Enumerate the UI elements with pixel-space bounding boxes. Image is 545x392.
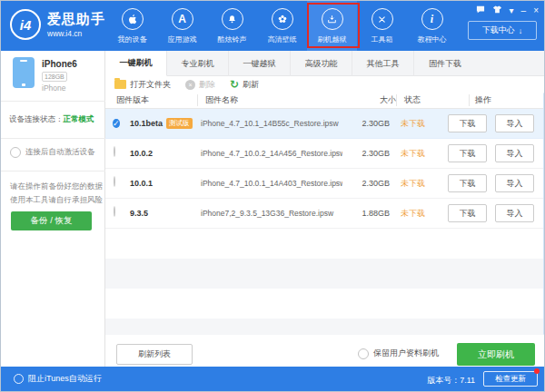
- firmware-version: 9.3.5: [130, 209, 148, 218]
- flash-jailbreak-icon: [322, 8, 343, 30]
- table-row[interactable]: 10.0.1 iPhone_4.7_10.0.1_14A403_Restore.…: [105, 169, 545, 199]
- firmware-status: 未下载: [390, 148, 448, 160]
- nav-tutorials[interactable]: i 教程中心: [407, 1, 457, 51]
- col-status: 状态: [396, 94, 469, 106]
- block-itunes-checkbox[interactable]: [14, 374, 24, 384]
- tab-advanced[interactable]: 高级功能: [291, 51, 352, 76]
- row-radio[interactable]: [114, 146, 115, 157]
- col-operation: 操作: [469, 94, 545, 106]
- row-selected-check-icon[interactable]: ✓: [113, 119, 120, 128]
- status-badge: 正常模式: [64, 114, 94, 123]
- tab-pro-flash[interactable]: 专业刷机: [167, 51, 229, 76]
- theme-skin-icon[interactable]: [492, 5, 502, 15]
- delete-icon: ×: [185, 80, 195, 90]
- download-button[interactable]: 下载: [448, 204, 487, 222]
- feedback-icon[interactable]: [476, 5, 485, 15]
- delete-button[interactable]: × 删除: [185, 79, 215, 91]
- nav-ringtones[interactable]: 酷炫铃声: [207, 1, 257, 51]
- main-content: 一键刷机 专业刷机 一键越狱 高级功能 其他工具 固件下载 打开文件夹 × 删除…: [105, 51, 545, 368]
- backup-restore-button[interactable]: 备份 / 恢复: [11, 211, 92, 230]
- col-firmware-version: 固件版本: [113, 94, 197, 106]
- tab-one-click-jailbreak[interactable]: 一键越狱: [229, 51, 291, 76]
- firmware-status: 未下载: [390, 118, 448, 130]
- nav-toolbox[interactable]: 工具箱: [357, 1, 407, 51]
- table-row[interactable]: 9.3.5 iPhone7,2_9.3.5_13G36_Restore.ipsw…: [105, 199, 545, 229]
- row-radio[interactable]: [114, 176, 115, 187]
- import-button[interactable]: 导入: [495, 144, 534, 162]
- firmware-status: 未下载: [390, 178, 448, 190]
- keep-user-data-radio[interactable]: [358, 348, 369, 359]
- wallpaper-icon: [272, 8, 293, 30]
- col-firmware-name: 固件名称: [197, 94, 351, 106]
- app-url: www.i4.cn: [47, 29, 105, 38]
- col-size: 大小: [351, 94, 396, 106]
- firmware-size: 2.30GB: [342, 179, 390, 188]
- nav-apps-games[interactable]: A 应用游戏: [157, 1, 207, 51]
- tab-firmware-download[interactable]: 固件下载: [414, 51, 476, 76]
- app-logo: i4 爱思助手 www.i4.cn: [10, 9, 105, 40]
- firmware-status: 未下载: [390, 208, 448, 220]
- window-controls: ▾ – ×: [476, 5, 539, 15]
- table-row[interactable]: 10.0.2 iPhone_4.7_10.0.2_14A456_Restore.…: [105, 139, 545, 169]
- nav-wallpapers[interactable]: 高清壁纸: [257, 1, 307, 51]
- main-nav: 我的设备 A 应用游戏 酷炫铃声 高清壁纸: [107, 1, 457, 51]
- app-window: i4 爱思助手 www.i4.cn 我的设备 A 应用游戏: [0, 0, 545, 392]
- status-bar: 阻止iTunes自动运行 版本号：7.11 检查更新: [1, 367, 545, 391]
- download-arrow-icon: ↓: [519, 26, 523, 35]
- firmware-version: 10.0.1: [130, 179, 153, 188]
- download-center-button[interactable]: 下载中心 ↓: [468, 21, 537, 40]
- download-button[interactable]: 下载: [448, 174, 487, 192]
- row-radio[interactable]: [114, 206, 115, 217]
- tab-other-tools[interactable]: 其他工具: [352, 51, 414, 76]
- firmware-name: iPhone_4.7_10.0.1_14A403_Restore.ipsw: [197, 179, 342, 188]
- firmware-name: iPhone7,2_9.3.5_13G36_Restore.ipsw: [197, 209, 342, 218]
- refresh-icon: ↻: [230, 79, 239, 90]
- folder-icon: [114, 80, 126, 89]
- tutorial-info-icon: i: [421, 8, 443, 30]
- firmware-name: iPhone_4.7_10.1_14B55c_Restore.ipsw: [197, 119, 342, 128]
- backup-warning-text: 请在操作前备份好您的数据 使用本工具请自行承担风险: [10, 180, 103, 207]
- table-header: 固件版本 固件名称 大小 状态 操作: [105, 93, 545, 109]
- menu-dropdown-icon[interactable]: ▾: [510, 6, 514, 15]
- download-button[interactable]: 下载: [448, 114, 487, 132]
- import-button[interactable]: 导入: [495, 204, 534, 222]
- firmware-size: 2.30GB: [342, 119, 390, 128]
- tab-strip: 一键刷机 专业刷机 一键越狱 高级功能 其他工具 固件下载: [105, 51, 545, 76]
- sidebar: iPhone6 128GB iPhone 设备连接状态：正常模式 连接后自动激活…: [1, 51, 105, 368]
- update-notification-dot: [534, 368, 540, 374]
- beta-badge: 测试版: [166, 118, 193, 129]
- auto-activate-radio[interactable]: [10, 147, 21, 158]
- bell-icon: [222, 8, 243, 30]
- version-label: 版本号：7.11: [427, 375, 475, 387]
- device-name: iPhone6: [42, 59, 77, 69]
- flash-now-button[interactable]: 立即刷机: [457, 343, 535, 366]
- import-button[interactable]: 导入: [495, 174, 534, 192]
- keep-user-data-option: 保留用户资料刷机: [358, 348, 439, 359]
- close-icon[interactable]: ×: [533, 6, 539, 15]
- download-button[interactable]: 下载: [448, 144, 487, 162]
- open-folder-button[interactable]: 打开文件夹: [114, 79, 171, 91]
- firmware-size: 1.88GB: [342, 209, 390, 218]
- import-button[interactable]: 导入: [495, 114, 534, 132]
- appstore-icon: A: [172, 8, 193, 30]
- tab-one-click-flash[interactable]: 一键刷机: [105, 51, 167, 76]
- device-type: iPhone: [42, 83, 65, 93]
- app-title: 爱思助手: [47, 11, 105, 28]
- nav-flash-jailbreak[interactable]: 刷机越狱: [307, 1, 357, 51]
- check-update-button[interactable]: 检查更新: [483, 371, 538, 387]
- device-capacity-badge: 128GB: [42, 72, 67, 82]
- nav-my-devices[interactable]: 我的设备: [107, 1, 157, 51]
- app-header: i4 爱思助手 www.i4.cn 我的设备 A 应用游戏: [1, 1, 545, 51]
- logo-i4-icon: i4: [10, 9, 41, 40]
- actions-bar: 刷新列表 保留用户资料刷机 立即刷机: [105, 335, 545, 368]
- block-itunes-option: 阻止iTunes自动运行: [14, 373, 102, 385]
- table-row[interactable]: ✓ 10.1beta 测试版 iPhone_4.7_10.1_14B55c_Re…: [105, 109, 545, 139]
- minimize-icon[interactable]: –: [521, 6, 527, 15]
- connection-status: 设备连接状态：正常模式: [9, 114, 94, 125]
- refresh-button[interactable]: ↻ 刷新: [230, 79, 259, 91]
- refresh-list-button[interactable]: 刷新列表: [116, 344, 193, 365]
- firmware-version: 10.0.2: [130, 149, 153, 158]
- auto-activate-option: 连接后自动激活设备: [10, 147, 95, 158]
- firmware-name: iPhone_4.7_10.0.2_14A456_Restore.ipsw: [197, 149, 342, 158]
- toolbox-icon: [372, 8, 393, 30]
